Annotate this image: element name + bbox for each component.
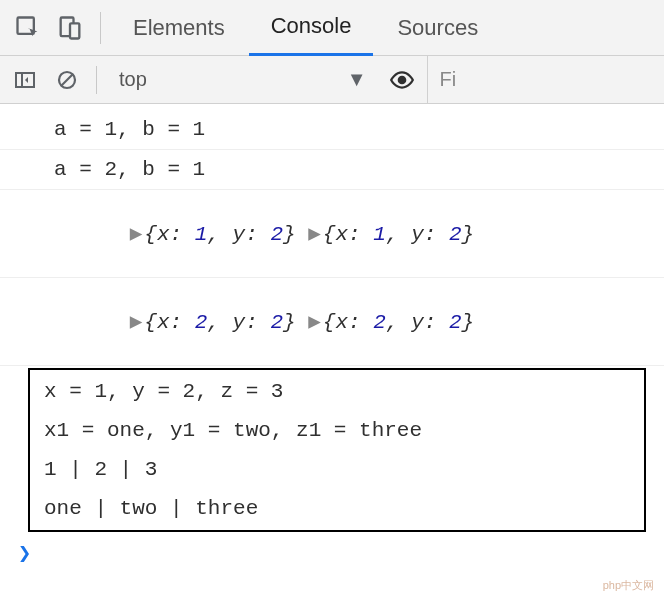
inspect-element-icon[interactable] — [8, 8, 48, 48]
expand-triangle-icon[interactable]: ▶ — [130, 221, 143, 246]
log-line[interactable]: one | two | three — [30, 489, 644, 528]
console-filter-input[interactable]: Fi — [427, 56, 664, 104]
expand-triangle-icon[interactable]: ▶ — [308, 221, 321, 246]
console-toolbar: top ▼ Fi — [0, 56, 664, 104]
log-line[interactable]: x = 1, y = 2, z = 3 — [30, 372, 644, 411]
watermark: php中文网 — [603, 578, 654, 593]
live-expression-eye-icon[interactable] — [385, 63, 419, 97]
log-line[interactable]: 1 | 2 | 3 — [30, 450, 644, 489]
highlighted-log-group: x = 1, y = 2, z = 3 x1 = one, y1 = two, … — [28, 368, 646, 532]
separator — [100, 12, 101, 44]
tab-elements[interactable]: Elements — [111, 0, 247, 56]
svg-point-5 — [398, 76, 405, 83]
console-prompt[interactable]: ❯ — [0, 534, 664, 571]
log-line[interactable]: a = 2, b = 1 — [0, 150, 664, 190]
filter-placeholder: Fi — [440, 68, 457, 91]
expand-triangle-icon[interactable]: ▶ — [308, 309, 321, 334]
dropdown-triangle-icon: ▼ — [347, 68, 367, 91]
tab-console[interactable]: Console — [249, 0, 374, 56]
prompt-chevron-icon: ❯ — [18, 540, 31, 565]
log-line[interactable]: x1 = one, y1 = two, z1 = three — [30, 411, 644, 450]
log-line-object[interactable]: ▶{x: 1, y: 2} ▶{x: 1, y: 2} — [0, 190, 664, 278]
clear-console-icon[interactable] — [50, 63, 84, 97]
device-toolbar-icon[interactable] — [50, 8, 90, 48]
tab-sources[interactable]: Sources — [375, 0, 500, 56]
expand-triangle-icon[interactable]: ▶ — [130, 309, 143, 334]
log-line[interactable]: a = 1, b = 1 — [0, 110, 664, 150]
svg-rect-2 — [70, 23, 79, 38]
log-line-object[interactable]: ▶{x: 2, y: 2} ▶{x: 2, y: 2} — [0, 278, 664, 366]
context-label: top — [119, 68, 147, 91]
console-sidebar-toggle-icon[interactable] — [8, 63, 42, 97]
devtools-panel: Elements Console Sources top ▼ — [0, 0, 664, 599]
separator — [96, 66, 97, 94]
console-output: a = 1, b = 1 a = 2, b = 1 ▶{x: 1, y: 2} … — [0, 104, 664, 599]
devtools-tabbar: Elements Console Sources — [0, 0, 664, 56]
execution-context-select[interactable]: top ▼ — [109, 56, 377, 104]
